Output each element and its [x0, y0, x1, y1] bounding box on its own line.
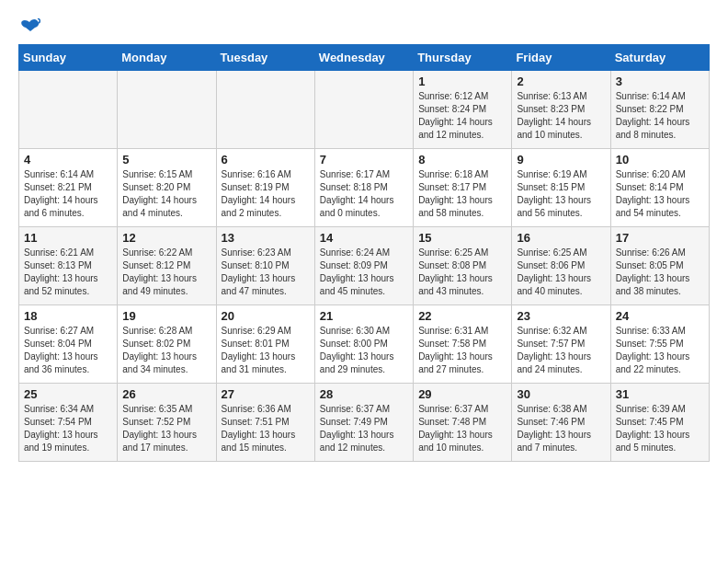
day-number: 29 — [418, 387, 506, 401]
day-number: 26 — [122, 387, 210, 401]
day-info: Sunrise: 6:35 AM Sunset: 7:52 PM Dayligh… — [122, 404, 197, 453]
day-number: 16 — [517, 231, 605, 245]
day-info: Sunrise: 6:14 AM Sunset: 8:21 PM Dayligh… — [24, 169, 98, 218]
day-number: 14 — [320, 231, 408, 245]
day-info: Sunrise: 6:18 AM Sunset: 8:17 PM Dayligh… — [418, 169, 493, 218]
day-info: Sunrise: 6:13 AM Sunset: 8:23 PM Dayligh… — [517, 91, 591, 140]
calendar-cell: 14Sunrise: 6:24 AM Sunset: 8:09 PM Dayli… — [314, 227, 413, 305]
day-info: Sunrise: 6:24 AM Sunset: 8:09 PM Dayligh… — [320, 247, 394, 296]
calendar-cell: 20Sunrise: 6:29 AM Sunset: 8:01 PM Dayli… — [216, 305, 314, 384]
day-info: Sunrise: 6:31 AM Sunset: 7:58 PM Dayligh… — [418, 326, 493, 374]
day-number: 12 — [122, 231, 210, 245]
weekday-header-saturday: Saturday — [610, 45, 709, 71]
day-number: 19 — [122, 309, 210, 323]
day-number: 30 — [517, 387, 605, 401]
day-number: 6 — [222, 153, 310, 167]
day-info: Sunrise: 6:38 AM Sunset: 7:46 PM Dayligh… — [517, 404, 591, 453]
day-info: Sunrise: 6:14 AM Sunset: 8:22 PM Dayligh… — [616, 91, 690, 140]
calendar-cell: 24Sunrise: 6:33 AM Sunset: 7:55 PM Dayli… — [610, 305, 709, 384]
calendar-cell: 28Sunrise: 6:37 AM Sunset: 7:49 PM Dayli… — [314, 384, 413, 462]
calendar-cell: 2Sunrise: 6:13 AM Sunset: 8:23 PM Daylig… — [512, 71, 610, 149]
day-number: 11 — [24, 231, 112, 245]
day-number: 27 — [222, 387, 310, 401]
day-number: 5 — [122, 153, 210, 167]
day-number: 18 — [24, 309, 112, 323]
day-info: Sunrise: 6:25 AM Sunset: 8:06 PM Dayligh… — [517, 247, 591, 296]
calendar-cell: 26Sunrise: 6:35 AM Sunset: 7:52 PM Dayli… — [118, 384, 216, 462]
calendar-cell: 16Sunrise: 6:25 AM Sunset: 8:06 PM Dayli… — [512, 227, 610, 305]
calendar-cell — [216, 71, 314, 149]
day-info: Sunrise: 6:21 AM Sunset: 8:13 PM Dayligh… — [24, 247, 98, 296]
calendar-table: SundayMondayTuesdayWednesdayThursdayFrid… — [18, 44, 710, 462]
calendar-cell: 29Sunrise: 6:37 AM Sunset: 7:48 PM Dayli… — [414, 384, 512, 462]
day-number: 22 — [418, 309, 506, 323]
calendar-cell: 11Sunrise: 6:21 AM Sunset: 8:13 PM Dayli… — [19, 227, 118, 305]
day-number: 9 — [517, 153, 605, 167]
day-number: 24 — [616, 309, 704, 323]
calendar-cell: 27Sunrise: 6:36 AM Sunset: 7:51 PM Dayli… — [216, 384, 314, 462]
calendar-cell: 25Sunrise: 6:34 AM Sunset: 7:54 PM Dayli… — [19, 384, 118, 462]
day-info: Sunrise: 6:29 AM Sunset: 8:01 PM Dayligh… — [222, 326, 296, 374]
day-number: 7 — [320, 153, 408, 167]
day-number: 10 — [616, 153, 704, 167]
calendar-cell: 15Sunrise: 6:25 AM Sunset: 8:08 PM Dayli… — [414, 227, 512, 305]
calendar-cell: 5Sunrise: 6:15 AM Sunset: 8:20 PM Daylig… — [118, 149, 216, 227]
day-info: Sunrise: 6:39 AM Sunset: 7:45 PM Dayligh… — [616, 404, 690, 453]
weekday-header-sunday: Sunday — [19, 45, 118, 71]
day-number: 17 — [616, 231, 704, 245]
calendar-cell: 22Sunrise: 6:31 AM Sunset: 7:58 PM Dayli… — [414, 305, 512, 384]
day-info: Sunrise: 6:20 AM Sunset: 8:14 PM Dayligh… — [616, 169, 690, 218]
day-number: 20 — [222, 309, 310, 323]
day-number: 8 — [418, 153, 506, 167]
calendar-cell: 30Sunrise: 6:38 AM Sunset: 7:46 PM Dayli… — [512, 384, 610, 462]
calendar-cell: 7Sunrise: 6:17 AM Sunset: 8:18 PM Daylig… — [314, 149, 413, 227]
day-info: Sunrise: 6:22 AM Sunset: 8:12 PM Dayligh… — [122, 247, 197, 296]
day-info: Sunrise: 6:16 AM Sunset: 8:19 PM Dayligh… — [222, 169, 296, 218]
day-info: Sunrise: 6:30 AM Sunset: 8:00 PM Dayligh… — [320, 326, 394, 374]
calendar-cell: 4Sunrise: 6:14 AM Sunset: 8:21 PM Daylig… — [19, 149, 118, 227]
day-info: Sunrise: 6:36 AM Sunset: 7:51 PM Dayligh… — [222, 404, 296, 453]
calendar-cell — [314, 71, 413, 149]
calendar-cell: 21Sunrise: 6:30 AM Sunset: 8:00 PM Dayli… — [314, 305, 413, 384]
calendar-cell: 31Sunrise: 6:39 AM Sunset: 7:45 PM Dayli… — [610, 384, 709, 462]
weekday-header-tuesday: Tuesday — [216, 45, 314, 71]
day-number: 4 — [24, 153, 112, 167]
calendar-cell: 6Sunrise: 6:16 AM Sunset: 8:19 PM Daylig… — [216, 149, 314, 227]
day-info: Sunrise: 6:34 AM Sunset: 7:54 PM Dayligh… — [24, 404, 98, 453]
day-info: Sunrise: 6:17 AM Sunset: 8:18 PM Dayligh… — [320, 169, 394, 218]
day-info: Sunrise: 6:27 AM Sunset: 8:04 PM Dayligh… — [24, 326, 98, 374]
calendar-cell: 1Sunrise: 6:12 AM Sunset: 8:24 PM Daylig… — [414, 71, 512, 149]
logo-bird-icon — [20, 18, 40, 35]
day-number: 23 — [517, 309, 605, 323]
logo — [18, 18, 40, 35]
day-number: 1 — [418, 75, 506, 88]
day-info: Sunrise: 6:28 AM Sunset: 8:02 PM Dayligh… — [122, 326, 197, 374]
day-number: 21 — [320, 309, 408, 323]
header — [18, 18, 710, 35]
calendar-cell: 13Sunrise: 6:23 AM Sunset: 8:10 PM Dayli… — [216, 227, 314, 305]
calendar-cell: 10Sunrise: 6:20 AM Sunset: 8:14 PM Dayli… — [610, 149, 709, 227]
weekday-header-monday: Monday — [118, 45, 216, 71]
calendar-cell: 8Sunrise: 6:18 AM Sunset: 8:17 PM Daylig… — [414, 149, 512, 227]
day-number: 28 — [320, 387, 408, 401]
day-number: 3 — [616, 75, 704, 88]
day-info: Sunrise: 6:33 AM Sunset: 7:55 PM Dayligh… — [616, 326, 690, 374]
calendar-cell — [19, 71, 118, 149]
calendar-cell — [118, 71, 216, 149]
day-number: 25 — [24, 387, 112, 401]
day-number: 31 — [616, 387, 704, 401]
calendar-cell: 3Sunrise: 6:14 AM Sunset: 8:22 PM Daylig… — [610, 71, 709, 149]
weekday-header-thursday: Thursday — [414, 45, 512, 71]
calendar-cell: 18Sunrise: 6:27 AM Sunset: 8:04 PM Dayli… — [19, 305, 118, 384]
day-number: 13 — [222, 231, 310, 245]
weekday-header-friday: Friday — [512, 45, 610, 71]
day-info: Sunrise: 6:12 AM Sunset: 8:24 PM Dayligh… — [418, 91, 493, 140]
day-info: Sunrise: 6:26 AM Sunset: 8:05 PM Dayligh… — [616, 247, 690, 296]
day-info: Sunrise: 6:37 AM Sunset: 7:49 PM Dayligh… — [320, 404, 394, 453]
day-info: Sunrise: 6:23 AM Sunset: 8:10 PM Dayligh… — [222, 247, 296, 296]
day-info: Sunrise: 6:25 AM Sunset: 8:08 PM Dayligh… — [418, 247, 493, 296]
calendar-cell: 9Sunrise: 6:19 AM Sunset: 8:15 PM Daylig… — [512, 149, 610, 227]
weekday-header-wednesday: Wednesday — [314, 45, 413, 71]
day-info: Sunrise: 6:37 AM Sunset: 7:48 PM Dayligh… — [418, 404, 493, 453]
day-number: 15 — [418, 231, 506, 245]
